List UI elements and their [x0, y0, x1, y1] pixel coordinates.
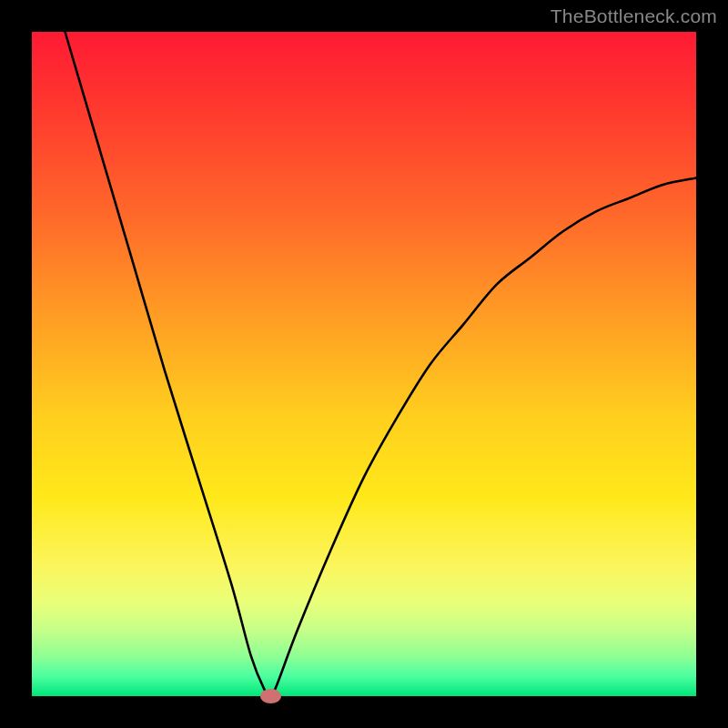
- plot-area: [32, 32, 696, 696]
- optimum-marker: [260, 689, 281, 703]
- bottleneck-curve: [32, 32, 696, 696]
- chart-frame: TheBottleneck.com: [0, 0, 728, 728]
- watermark-text: TheBottleneck.com: [551, 5, 717, 27]
